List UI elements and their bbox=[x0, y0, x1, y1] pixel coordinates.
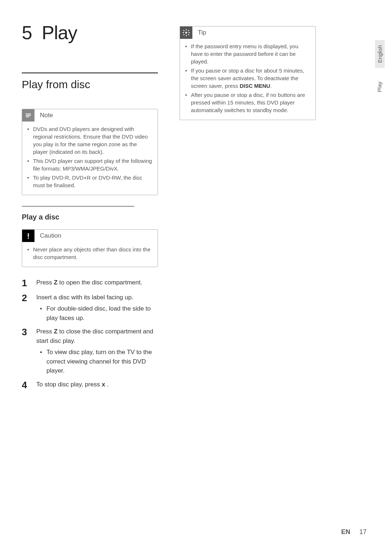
step: 1 Press Z to open the disc compartment. bbox=[22, 278, 158, 288]
svg-rect-8 bbox=[183, 32, 184, 33]
svg-rect-10 bbox=[183, 30, 184, 31]
step-text: Insert a disc with its label facing up. bbox=[36, 294, 133, 301]
note-item: DVDs and DVD players are designed with r… bbox=[26, 125, 153, 156]
note-item: To play DVD-R, DVD+R or DVD-RW, the disc… bbox=[26, 174, 153, 189]
chapter-number: 5 bbox=[22, 22, 42, 44]
step: 2 Insert a disc with its label facing up… bbox=[22, 293, 158, 323]
svg-point-5 bbox=[185, 32, 187, 34]
svg-rect-7 bbox=[186, 35, 187, 36]
step-body: Insert a disc with its label facing up. … bbox=[36, 293, 158, 323]
step-text: Press bbox=[36, 328, 54, 335]
svg-rect-4 bbox=[28, 238, 29, 239]
svg-rect-13 bbox=[188, 30, 189, 31]
tip-item: After you pause or stop a disc, if no bu… bbox=[184, 91, 311, 114]
tip-item: If you pause or stop a disc for about 5 … bbox=[184, 67, 311, 90]
step-number: 2 bbox=[22, 293, 36, 323]
step-symbol: Z bbox=[54, 279, 57, 286]
note-block: Note DVDs and DVD players are designed w… bbox=[22, 109, 158, 195]
step: 3 Press Z to close the disc compartment … bbox=[22, 327, 158, 376]
step-body: Press Z to open the disc compartment. bbox=[36, 278, 158, 288]
page-footer: EN 17 bbox=[341, 528, 367, 536]
step-body: To stop disc play, press x . bbox=[36, 380, 158, 390]
tab-section: Play bbox=[375, 79, 384, 95]
tip-icon bbox=[180, 26, 192, 39]
subsection-title: Play a disc bbox=[22, 213, 158, 221]
chapter-name: Play bbox=[42, 22, 77, 43]
tip-label: Tip bbox=[198, 29, 206, 36]
svg-rect-12 bbox=[183, 34, 184, 35]
tip-item: If the password entry menu is displayed,… bbox=[184, 42, 311, 65]
chapter-title: 5Play bbox=[22, 22, 158, 44]
step-symbol: Z bbox=[54, 328, 57, 335]
footer-page: 17 bbox=[359, 528, 367, 535]
step-sub: To view disc play, turn on the TV to the… bbox=[36, 348, 158, 376]
step-sub: For double-sided disc, load the side to … bbox=[36, 304, 158, 323]
step-number: 3 bbox=[22, 327, 36, 376]
step: 4 To stop disc play, press x . bbox=[22, 380, 158, 390]
subsection-rule bbox=[22, 206, 134, 206]
svg-rect-0 bbox=[26, 114, 31, 114]
step-text: To stop disc play, press bbox=[36, 381, 102, 388]
svg-rect-2 bbox=[26, 116, 29, 117]
step-body: Press Z to close the disc compartment an… bbox=[36, 327, 158, 376]
step-number: 4 bbox=[22, 380, 36, 390]
caution-item: Never place any objects other than discs… bbox=[26, 246, 153, 261]
note-label: Note bbox=[40, 112, 53, 119]
section-title: Play from disc bbox=[22, 78, 158, 91]
caution-label: Caution bbox=[40, 232, 61, 239]
footer-lang: EN bbox=[341, 528, 350, 535]
note-item: This DVD player can support play of the … bbox=[26, 157, 153, 172]
tab-language: English bbox=[375, 40, 385, 68]
section-rule bbox=[22, 73, 158, 73]
step-text: . bbox=[105, 381, 109, 388]
svg-rect-1 bbox=[26, 115, 31, 116]
svg-rect-6 bbox=[186, 29, 187, 30]
svg-rect-11 bbox=[188, 34, 189, 35]
svg-rect-9 bbox=[188, 32, 190, 33]
note-icon bbox=[22, 109, 34, 122]
tip-block: Tip If the password entry menu is displa… bbox=[180, 26, 316, 120]
side-tabs: English Play bbox=[375, 40, 385, 95]
steps-list: 1 Press Z to open the disc compartment. … bbox=[22, 278, 158, 390]
step-number: 1 bbox=[22, 278, 36, 288]
caution-block: Caution Never place any objects other th… bbox=[22, 229, 158, 267]
svg-rect-3 bbox=[28, 233, 29, 237]
caution-icon bbox=[22, 230, 34, 242]
step-text: to open the disc compartment. bbox=[58, 279, 142, 286]
step-symbol: x bbox=[102, 381, 105, 388]
step-text: Press bbox=[36, 279, 54, 286]
